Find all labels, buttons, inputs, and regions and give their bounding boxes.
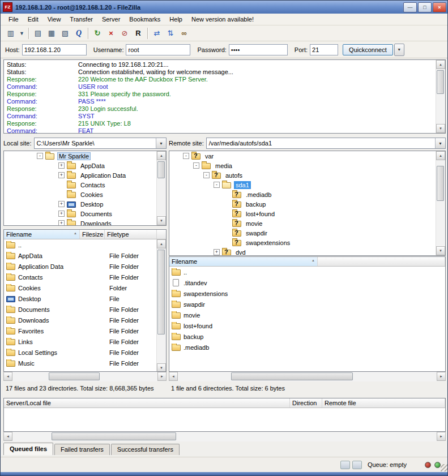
file-row[interactable]: DesktopFile: [4, 293, 166, 304]
toggle-local-tree-icon[interactable]: ▦: [45, 27, 58, 40]
username-input[interactable]: [126, 44, 190, 55]
combo-dropdown-icon[interactable]: ▼: [156, 138, 166, 148]
file-row[interactable]: FavoritesFile Folder: [4, 325, 166, 336]
local-site-path[interactable]: C:\Users\Mr Sparkle\: [35, 140, 156, 147]
scroll-right-button[interactable]: ►: [437, 372, 446, 381]
tree-item-documents[interactable]: + Documents: [4, 209, 166, 218]
quickconnect-dropdown-icon[interactable]: ▼: [394, 44, 404, 56]
scroll-down-button[interactable]: ▼: [157, 216, 166, 225]
tree-item-lost-found[interactable]: lost+found: [169, 209, 445, 218]
column-header-server-local-file[interactable]: Server/Local file: [4, 398, 290, 408]
expander-icon[interactable]: -: [214, 182, 220, 188]
toggle-remote-tree-icon[interactable]: ▧: [58, 27, 72, 40]
file-row[interactable]: AppDataFile Folder: [4, 250, 166, 261]
scrollbar-thumb[interactable]: [437, 70, 444, 94]
tree-item-dvd[interactable]: + dvd: [169, 247, 445, 256]
synchronized-browsing-icon[interactable]: ⇅: [164, 27, 177, 40]
minimize-button[interactable]: —: [403, 2, 417, 12]
file-row[interactable]: DocumentsFile Folder: [4, 304, 166, 315]
toggle-message-log-icon[interactable]: ▤: [31, 27, 45, 40]
file-row[interactable]: CookiesFolder: [4, 282, 166, 293]
scroll-up-button[interactable]: ▲: [157, 151, 166, 160]
cancel-icon[interactable]: ×: [104, 27, 118, 40]
menu-edit[interactable]: Edit: [23, 15, 43, 24]
scrollbar-thumb[interactable]: [437, 166, 444, 201]
tree-item-sda1[interactable]: - sda1: [169, 180, 445, 190]
file-row[interactable]: swapdir: [169, 299, 445, 310]
file-row[interactable]: swapextensions: [169, 288, 445, 299]
menu-help[interactable]: Help: [165, 15, 187, 24]
local-list-horizontal-scrollbar[interactable]: ◄ ►: [3, 372, 167, 381]
refresh-icon[interactable]: ↻: [91, 27, 104, 40]
combo-dropdown-icon[interactable]: ▼: [435, 138, 445, 148]
file-row[interactable]: Local SettingsFile Folder: [4, 347, 166, 358]
port-input[interactable]: [310, 44, 338, 55]
file-row[interactable]: ContactsFile Folder: [4, 272, 166, 282]
file-row[interactable]: Application DataFile Folder: [4, 261, 166, 272]
scroll-down-button[interactable]: ▼: [436, 246, 445, 255]
log-vertical-scrollbar[interactable]: ▲ ▼: [436, 60, 445, 133]
close-button[interactable]: ×: [433, 2, 446, 12]
menu-view[interactable]: View: [43, 15, 66, 24]
find-files-icon[interactable]: ∞: [177, 27, 191, 40]
column-header-filename[interactable]: Filename▲: [169, 257, 318, 266]
scrollbar-thumb[interactable]: [231, 372, 353, 380]
menu-bookmarks[interactable]: Bookmarks: [125, 15, 165, 24]
column-header-filetype[interactable]: Filetype: [105, 230, 157, 239]
scroll-up-button[interactable]: ▲: [436, 151, 445, 160]
scroll-left-button[interactable]: ◄: [3, 432, 12, 441]
tree-item-mr-sparkle[interactable]: - Mr Sparkle: [4, 151, 166, 161]
expander-icon[interactable]: -: [203, 172, 210, 178]
remote-list-horizontal-scrollbar[interactable]: ◄ ►: [169, 372, 446, 381]
tree-item-downloads[interactable]: + Downloads: [4, 218, 166, 226]
file-row[interactable]: lost+found: [169, 320, 445, 331]
file-row[interactable]: .mediadb: [169, 342, 445, 353]
tree-item-swapextensions[interactable]: swapextensions: [169, 238, 445, 247]
file-row[interactable]: ..: [4, 239, 166, 250]
tree-item-application-data[interactable]: + Application Data: [4, 170, 166, 180]
scrollbar-thumb[interactable]: [52, 432, 176, 440]
expander-icon[interactable]: -: [183, 153, 189, 159]
tree-item-backup[interactable]: backup: [169, 199, 445, 209]
site-manager-dropdown-icon[interactable]: ▼: [18, 27, 26, 40]
tree-item-desktop[interactable]: + Desktop: [4, 199, 166, 209]
column-header-direction[interactable]: Direction: [290, 398, 322, 408]
scrollbar-thumb[interactable]: [157, 250, 165, 335]
column-header-remote-file[interactable]: Remote file: [322, 398, 445, 408]
file-row[interactable]: .titandev: [169, 277, 445, 288]
scroll-right-button[interactable]: ►: [437, 432, 446, 441]
file-row[interactable]: backup: [169, 331, 445, 342]
scroll-left-button[interactable]: ◄: [3, 372, 12, 381]
tree-item-media[interactable]: - media: [169, 161, 445, 170]
expander-icon[interactable]: +: [58, 211, 65, 217]
tree-item-appdata[interactable]: + AppData: [4, 161, 166, 170]
scroll-up-button[interactable]: ▲: [157, 239, 166, 248]
expander-icon[interactable]: +: [58, 162, 65, 169]
host-input[interactable]: [22, 44, 87, 55]
remote-site-path[interactable]: /var/media/autofs/sda1: [207, 140, 435, 147]
scroll-down-button[interactable]: ▼: [436, 124, 445, 133]
tree-item-swapdir[interactable]: swapdir: [169, 228, 445, 238]
app-icon[interactable]: FZ: [3, 2, 12, 12]
quickconnect-button[interactable]: Quickconnect: [343, 44, 393, 55]
reconnect-icon[interactable]: R: [131, 27, 145, 40]
column-header-filesize[interactable]: Filesize: [80, 230, 105, 239]
directory-comparison-icon[interactable]: ⇄: [150, 27, 164, 40]
menu-new-version[interactable]: New version available!: [187, 15, 258, 24]
tree-item-cookies[interactable]: Cookies: [4, 190, 166, 199]
tab-queued-files[interactable]: Queued files: [3, 443, 53, 455]
tab-successful-transfers[interactable]: Successful transfers: [111, 444, 180, 455]
scroll-up-button[interactable]: ▲: [436, 60, 445, 69]
scroll-right-button[interactable]: ►: [157, 372, 167, 381]
expander-icon[interactable]: -: [37, 153, 43, 159]
tree-item-autofs[interactable]: - autofs: [169, 170, 445, 180]
expander-icon[interactable]: -: [193, 162, 199, 169]
tab-failed-transfers[interactable]: Failed transfers: [54, 444, 110, 455]
expander-icon[interactable]: +: [58, 172, 65, 178]
tree-item-contacts[interactable]: Contacts: [4, 180, 166, 190]
file-row[interactable]: DownloadsFile Folder: [4, 315, 166, 325]
expander-icon[interactable]: +: [58, 220, 65, 226]
tree-item-movie[interactable]: movie: [169, 218, 445, 228]
local-tree-vertical-scrollbar[interactable]: ▲ ▼: [156, 151, 166, 225]
disconnect-icon[interactable]: ⊘: [118, 27, 131, 40]
